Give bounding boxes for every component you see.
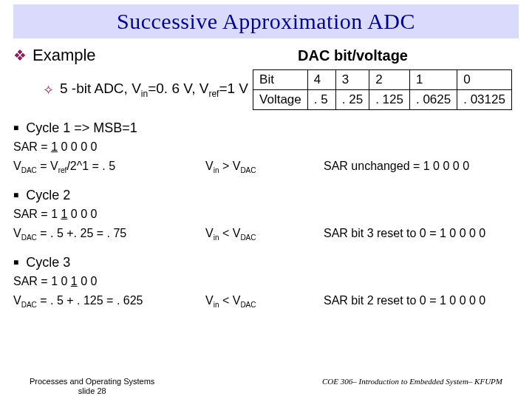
table-row: Bit 4 3 2 1 0 <box>253 70 512 90</box>
sar-pre: SAR = 1 <box>13 208 61 220</box>
compare-value: Vin < VDAC <box>205 294 324 309</box>
cycle-header: ■ Cycle 1 => MSB=1 <box>13 120 519 136</box>
sar-line: SAR = 1 0 0 0 0 <box>13 140 519 154</box>
cycle-2-title: Cycle 2 <box>26 188 70 203</box>
cycle-1-title: Cycle 1 => MSB=1 <box>26 120 137 136</box>
square-bullet-icon: ■ <box>13 190 18 200</box>
sar-underline: 1 <box>51 140 58 153</box>
cell: . 5 <box>307 90 335 110</box>
sar-line: SAR = 1 0 1 0 0 <box>13 275 519 288</box>
vdac-value: VDAC = . 5 +. 25 = . 75 <box>13 227 205 242</box>
vdac-value: VDAC = Vref/2^1 = . 5 <box>13 160 205 174</box>
cycle-cols: VDAC = . 5 +. 25 = . 75 Vin < VDAC SAR b… <box>13 224 519 245</box>
sar-result: SAR unchanged = 1 0 0 0 0 <box>324 160 519 174</box>
footer-right: COE 306– Introduction to Embedded System… <box>322 377 502 396</box>
sar-underline: 1 <box>71 275 78 287</box>
footer-course: Processes and Operating Systems <box>30 377 154 386</box>
sar-post: 0 0 0 0 <box>58 140 97 153</box>
footer-left: Processes and Operating Systems slide 28 <box>30 377 154 396</box>
square-bullet-icon: ■ <box>13 257 18 267</box>
compare-value: Vin > VDAC <box>205 160 324 174</box>
adc-params: 5 -bit ADC, Vin=0. 6 V, Vref=1 V <box>60 81 248 99</box>
example-row: ❖ Example DAC bit/voltage <box>13 46 519 65</box>
cycle-1-block: ■ Cycle 1 => MSB=1 SAR = 1 0 0 0 0 VDAC … <box>13 120 519 177</box>
sar-result: SAR bit 2 reset to 0 = 1 0 0 0 0 <box>324 294 519 309</box>
cell: . 125 <box>369 90 410 110</box>
sub-bullet-row: ✧ 5 -bit ADC, Vin=0. 6 V, Vref=1 V Bit 4… <box>13 69 519 110</box>
dac-table: Bit 4 3 2 1 0 Voltage . 5 . 25 . 125 . 0… <box>253 69 512 110</box>
cell: 4 <box>307 70 335 90</box>
cell: 1 <box>409 70 457 90</box>
cell: Bit <box>253 70 308 90</box>
cell: 2 <box>369 70 410 90</box>
sar-post: 0 0 <box>78 275 98 287</box>
cycle-header: ■ Cycle 3 <box>13 255 519 270</box>
cycle-3-title: Cycle 3 <box>26 255 70 270</box>
vdac-value: VDAC = . 5 + . 125 = . 625 <box>13 294 205 309</box>
slide-title: Successive Approximation ADC <box>21 9 511 34</box>
footer-slide-number: slide 28 <box>30 386 154 396</box>
cell: 0 <box>457 70 512 90</box>
sar-line: SAR = 1 1 0 0 0 <box>13 208 519 221</box>
slide-footer: Processes and Operating Systems slide 28… <box>0 377 532 396</box>
cell: 3 <box>335 70 369 90</box>
cell: Voltage <box>253 90 308 110</box>
diamond-outline-icon: ✧ <box>43 82 54 98</box>
sar-result: SAR bit 3 reset to 0 = 1 0 0 0 0 <box>324 227 519 242</box>
cycle-cols: VDAC = Vref/2^1 = . 5 Vin > VDAC SAR unc… <box>13 157 519 177</box>
compare-value: Vin < VDAC <box>205 227 324 242</box>
cell: . 0625 <box>409 90 457 110</box>
sar-post: 0 0 0 <box>67 208 97 220</box>
title-bar: Successive Approximation ADC <box>13 4 519 38</box>
sar-pre: SAR = 1 0 <box>13 275 71 287</box>
cycle-cols: VDAC = . 5 + . 125 = . 625 Vin < VDAC SA… <box>13 291 519 312</box>
dac-caption: DAC bit/voltage <box>298 47 519 64</box>
cycle-header: ■ Cycle 2 <box>13 188 519 203</box>
cell: . 25 <box>335 90 369 110</box>
square-bullet-icon: ■ <box>13 123 18 133</box>
cycle-3-block: ■ Cycle 3 SAR = 1 0 1 0 0 VDAC = . 5 + .… <box>13 255 519 312</box>
slide: Successive Approximation ADC ❖ Example D… <box>0 4 532 399</box>
sar-pre: SAR = <box>13 140 51 153</box>
cell: . 03125 <box>457 90 512 110</box>
table-row: Voltage . 5 . 25 . 125 . 0625 . 03125 <box>253 90 512 110</box>
diamond-bullet-icon: ❖ <box>13 47 27 64</box>
cycle-2-block: ■ Cycle 2 SAR = 1 1 0 0 0 VDAC = . 5 +. … <box>13 188 519 245</box>
example-label: Example <box>33 46 96 65</box>
